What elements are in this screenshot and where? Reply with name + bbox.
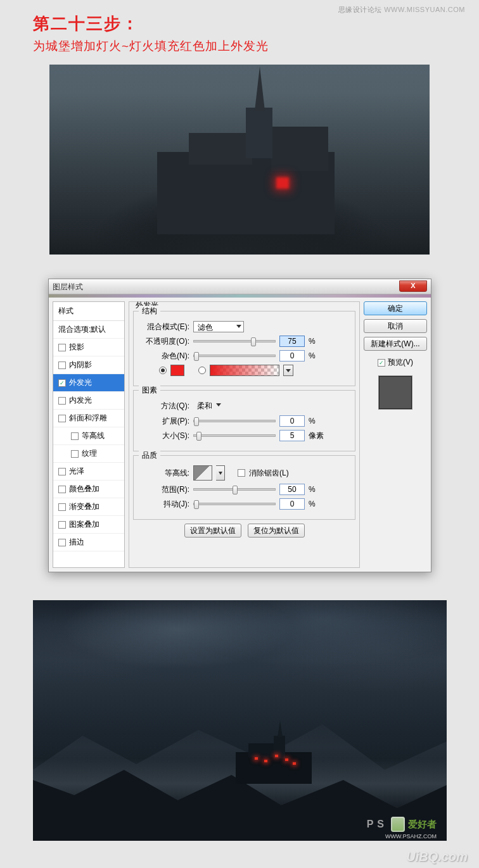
checkbox-icon[interactable] bbox=[58, 503, 66, 511]
source-credit-en: WWW.MISSYUAN.COM bbox=[384, 6, 465, 13]
group-elements-legend: 图素 bbox=[139, 385, 160, 396]
ok-button[interactable]: 确定 bbox=[364, 301, 427, 315]
jitter-unit: % bbox=[309, 500, 325, 508]
watermark-url: WWW.PSAHZ.COM bbox=[385, 833, 437, 840]
checkbox-icon[interactable] bbox=[58, 379, 66, 387]
range-slider[interactable] bbox=[193, 488, 276, 491]
size-label: 大小(S): bbox=[140, 431, 189, 441]
new-style-button[interactable]: 新建样式(W)... bbox=[364, 337, 427, 351]
castle-before-image bbox=[49, 65, 430, 255]
gradient-dropdown-icon[interactable] bbox=[283, 365, 293, 376]
style-gradient-overlay[interactable]: 渐变叠加 bbox=[53, 498, 124, 516]
style-contour[interactable]: 等高线 bbox=[53, 427, 124, 445]
source-credit: 思缘设计论坛 WWW.MISSYUAN.COM bbox=[338, 5, 465, 15]
checkbox-icon[interactable] bbox=[58, 344, 66, 351]
contour-dropdown-icon[interactable] bbox=[216, 465, 225, 481]
dialog-title: 图层样式 bbox=[53, 282, 83, 292]
checkbox-icon[interactable] bbox=[71, 450, 79, 458]
checkbox-icon[interactable] bbox=[71, 432, 79, 440]
jitter-slider[interactable] bbox=[193, 503, 276, 505]
outer-glow-panel: 外发光 结构 混合模式(E): 滤色 不透明度(O): 75 % bbox=[129, 301, 360, 568]
style-pattern-overlay[interactable]: 图案叠加 bbox=[53, 516, 124, 534]
noise-slider[interactable] bbox=[193, 355, 276, 357]
range-label: 范围(R): bbox=[140, 484, 189, 495]
cancel-button[interactable]: 取消 bbox=[364, 319, 427, 333]
spread-input[interactable]: 0 bbox=[279, 415, 305, 427]
styles-list: 样式 混合选项:默认 投影 内阴影 外发光 内发光 斜面和浮雕 等高线 纹理 光… bbox=[53, 301, 125, 568]
group-quality-legend: 品质 bbox=[139, 450, 160, 461]
noise-label: 杂色(N): bbox=[140, 351, 189, 362]
chevron-down-icon bbox=[236, 325, 241, 328]
technique-label: 方法(Q): bbox=[140, 401, 189, 412]
technique-select[interactable]: 柔和 bbox=[193, 400, 221, 412]
jitter-input[interactable]: 0 bbox=[279, 498, 305, 510]
style-inner-glow[interactable]: 内发光 bbox=[53, 392, 124, 410]
castle-after-image: PS 爱好者 WWW.PSAHZ.COM bbox=[33, 600, 447, 841]
preview-label: 预览(V) bbox=[388, 357, 413, 368]
chevron-down-icon bbox=[216, 403, 221, 406]
set-default-button[interactable]: 设置为默认值 bbox=[184, 524, 241, 538]
watermark-ps: PS bbox=[367, 819, 388, 830]
reset-default-button[interactable]: 复位为默认值 bbox=[248, 524, 305, 538]
style-color-overlay[interactable]: 颜色叠加 bbox=[53, 481, 124, 498]
style-drop-shadow[interactable]: 投影 bbox=[53, 339, 124, 356]
noise-input[interactable]: 0 bbox=[279, 350, 305, 362]
style-stroke[interactable]: 描边 bbox=[53, 534, 124, 551]
step-subtitle: 为城堡增加灯火~灯火填充红色加上外发光 bbox=[33, 38, 269, 54]
glow-gradient-bar[interactable] bbox=[210, 365, 279, 376]
range-unit: % bbox=[309, 485, 325, 494]
checkbox-icon[interactable] bbox=[58, 362, 66, 369]
opacity-input[interactable]: 75 bbox=[279, 336, 305, 347]
spread-label: 扩展(P): bbox=[140, 416, 189, 427]
step-title: 第二十三步： bbox=[33, 13, 139, 35]
jitter-label: 抖动(J): bbox=[140, 499, 189, 510]
group-elements: 图素 方法(Q): 柔和 扩展(P): 0 % 大小(S): 5 bbox=[133, 390, 355, 451]
antialias-checkbox[interactable] bbox=[238, 469, 245, 477]
glow-color-swatch[interactable] bbox=[170, 365, 184, 376]
contour-label: 等高线: bbox=[140, 468, 189, 479]
style-bevel-emboss[interactable]: 斜面和浮雕 bbox=[53, 410, 124, 427]
checkbox-icon[interactable] bbox=[58, 486, 66, 493]
color-radio[interactable] bbox=[159, 367, 167, 374]
dialog-right-panel: 确定 取消 新建样式(W)... 预览(V) bbox=[364, 301, 427, 568]
source-credit-cn: 思缘设计论坛 bbox=[338, 6, 382, 13]
close-button[interactable]: X bbox=[399, 280, 427, 292]
watermark: PS 爱好者 bbox=[367, 817, 437, 832]
noise-unit: % bbox=[309, 351, 325, 360]
checkbox-icon[interactable] bbox=[58, 539, 66, 546]
group-structure-legend: 结构 bbox=[139, 306, 160, 317]
group-quality: 品质 等高线: 消除锯齿(L) 范围(R): 50 % bbox=[133, 455, 355, 520]
watermark-text: 爱好者 bbox=[408, 819, 437, 831]
watermark-shield-icon bbox=[391, 817, 405, 832]
opacity-slider[interactable] bbox=[193, 340, 276, 343]
group-structure: 结构 混合模式(E): 滤色 不透明度(O): 75 % 杂色(N): bbox=[133, 311, 355, 386]
styles-list-header[interactable]: 样式 bbox=[53, 302, 124, 321]
layer-style-dialog: 图层样式 X 样式 混合选项:默认 投影 内阴影 外发光 内发光 斜面和浮雕 等… bbox=[48, 279, 431, 572]
dialog-titlebar[interactable]: 图层样式 X bbox=[49, 279, 431, 294]
opacity-unit: % bbox=[309, 337, 325, 346]
red-light-glow bbox=[276, 177, 289, 189]
spread-slider[interactable] bbox=[193, 420, 276, 422]
checkbox-icon[interactable] bbox=[58, 468, 66, 475]
checkbox-icon[interactable] bbox=[58, 521, 66, 529]
style-blend-default[interactable]: 混合选项:默认 bbox=[53, 321, 124, 339]
size-unit: 像素 bbox=[309, 431, 325, 441]
style-satin[interactable]: 光泽 bbox=[53, 463, 124, 481]
checkbox-icon[interactable] bbox=[58, 397, 66, 405]
style-texture[interactable]: 纹理 bbox=[53, 445, 124, 463]
spread-unit: % bbox=[309, 417, 325, 425]
footer-watermark: UiBQ.com bbox=[406, 850, 468, 864]
contour-swatch[interactable] bbox=[193, 465, 212, 481]
size-input[interactable]: 5 bbox=[279, 430, 305, 441]
size-slider[interactable] bbox=[193, 434, 276, 437]
blend-mode-select[interactable]: 滤色 bbox=[193, 321, 244, 332]
antialias-label: 消除锯齿(L) bbox=[249, 468, 289, 479]
checkbox-icon[interactable] bbox=[58, 415, 66, 422]
gradient-radio[interactable] bbox=[198, 367, 206, 374]
preview-swatch bbox=[378, 375, 412, 410]
style-outer-glow[interactable]: 外发光 bbox=[53, 374, 124, 392]
style-inner-shadow[interactable]: 内阴影 bbox=[53, 356, 124, 374]
range-input[interactable]: 50 bbox=[279, 484, 305, 495]
preview-checkbox[interactable] bbox=[378, 359, 385, 367]
blend-mode-label: 混合模式(E): bbox=[140, 322, 189, 332]
